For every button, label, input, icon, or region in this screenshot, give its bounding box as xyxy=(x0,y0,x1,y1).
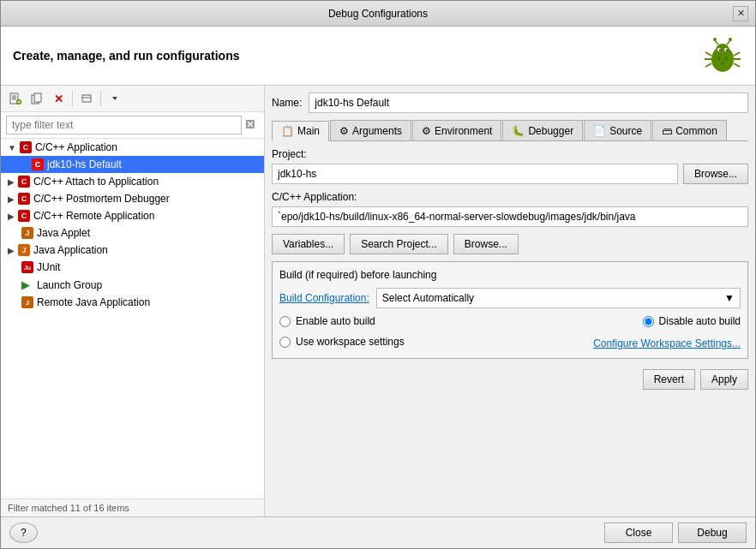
window-bottom: ? Close Debug xyxy=(1,516,755,548)
tab-environment[interactable]: ⚙ Environment xyxy=(412,120,501,140)
tree-item-launch-group[interactable]: ▶ Launch Group xyxy=(1,276,264,294)
main-content: ✕ xyxy=(1,86,755,516)
tab-main-label: Main xyxy=(297,125,320,137)
svg-line-8 xyxy=(705,63,711,67)
tab-source[interactable]: 📄 Source xyxy=(584,120,651,140)
tree-item-remote-java[interactable]: J Remote Java Application xyxy=(1,294,264,311)
apply-button[interactable]: Apply xyxy=(700,369,748,390)
delete-config-button[interactable]: ✕ xyxy=(49,89,68,108)
use-workspace-radio[interactable] xyxy=(279,337,291,348)
new-config-button[interactable] xyxy=(6,89,25,108)
variables-button[interactable]: Variables... xyxy=(272,234,345,254)
dropdown-arrow-icon: ▼ xyxy=(724,292,735,304)
tab-arguments[interactable]: ⚙ Arguments xyxy=(330,120,411,140)
tree-item-cpp-postmortem[interactable]: ▶ C C/C++ Postmortem Debugger xyxy=(1,190,264,207)
tree-item-java-applet[interactable]: J Java Applet xyxy=(1,224,264,242)
name-input[interactable] xyxy=(309,92,748,113)
enable-auto-build-radio[interactable] xyxy=(279,316,291,327)
tab-arguments-label: Arguments xyxy=(352,125,402,137)
close-button[interactable]: Close xyxy=(604,522,673,543)
disable-auto-build-radio[interactable] xyxy=(643,316,654,327)
tab-common-label: Common xyxy=(675,125,717,137)
svg-line-6 xyxy=(705,52,711,56)
tree-item-cpp-attach-label: C/C++ Attach to Application xyxy=(33,176,159,188)
build-config-link[interactable]: Build Configuration: xyxy=(279,292,369,304)
expand-arrow-cpp-remote: ▶ xyxy=(8,212,15,221)
tree-item-jdk10-label: jdk10-hs Default xyxy=(47,158,122,170)
revert-apply-row: Revert Apply xyxy=(272,369,748,390)
help-button[interactable]: ? xyxy=(9,522,38,543)
cpp-app-icon: C xyxy=(20,141,32,153)
launch-group-icon: ▶ xyxy=(21,278,33,291)
filter-dropdown-icon xyxy=(111,94,119,103)
cpp-attach-icon: C xyxy=(18,176,30,188)
java-app-icon: J xyxy=(18,244,30,256)
cpp-app-label: C/C++ Application: xyxy=(272,191,748,203)
expand-arrow-cpp-postmortem: ▶ xyxy=(8,194,15,204)
auto-build-row: Enable auto build Disable auto build xyxy=(279,315,741,331)
tree-item-cpp-attach[interactable]: ▶ C C/C++ Attach to Application xyxy=(1,173,264,190)
tree-item-cpp-remote[interactable]: ▶ C C/C++ Remote Application xyxy=(1,207,264,224)
cpp-app-buttons-row: Variables... Search Project... Browse... xyxy=(272,234,748,254)
filter-input[interactable] xyxy=(6,116,242,134)
svg-point-15 xyxy=(729,38,732,41)
build-group: Build (if required) before launching Bui… xyxy=(272,261,748,359)
tabs-bar: 📋 Main ⚙ Arguments ⚙ Environment 🐛 Debug… xyxy=(272,120,748,141)
header-title: Create, manage, and run configurations xyxy=(13,49,240,63)
build-config-select[interactable]: Select Automatically ▼ xyxy=(376,288,741,308)
left-toolbar: ✕ xyxy=(1,86,264,112)
debug-button[interactable]: Debug xyxy=(678,522,747,543)
filter-dropdown-button[interactable] xyxy=(105,89,124,108)
search-project-button[interactable]: Search Project... xyxy=(350,234,448,254)
filter-status: Filter matched 11 of 16 items xyxy=(1,498,264,516)
enable-auto-build-row: Enable auto build xyxy=(279,315,375,327)
config-area: Project: Browse... C/C++ Application: Va… xyxy=(272,148,748,510)
filter-box xyxy=(1,112,264,139)
svg-point-18 xyxy=(721,62,724,65)
svg-point-14 xyxy=(713,38,717,41)
bug-icon xyxy=(702,35,743,76)
tree-item-jdk10-default[interactable]: C jdk10-hs Default xyxy=(1,156,264,173)
expand-arrow-java-app: ▶ xyxy=(8,246,15,255)
duplicate-icon xyxy=(31,92,43,104)
tab-debugger[interactable]: 🐛 Debugger xyxy=(502,120,583,140)
cpp-postmortem-icon: C xyxy=(18,193,30,205)
source-tab-icon: 📄 xyxy=(593,125,606,137)
collapse-button[interactable] xyxy=(77,89,96,108)
tree-item-cpp-postmortem-label: C/C++ Postmortem Debugger xyxy=(33,193,170,205)
build-group-legend: Build (if required) before launching xyxy=(279,269,741,281)
disable-auto-build-row: Disable auto build xyxy=(643,315,741,327)
tree-item-java-app[interactable]: ▶ J Java Application xyxy=(1,242,264,259)
svg-marker-30 xyxy=(112,97,117,100)
duplicate-config-button[interactable] xyxy=(27,89,46,108)
use-workspace-row: Use workspace settings xyxy=(279,336,405,348)
left-panel: ✕ xyxy=(1,86,265,516)
tree-group-cpp-app[interactable]: ▼ C C/C++ Application xyxy=(1,139,264,156)
jdk10-icon: C xyxy=(32,158,44,170)
toolbar-sep-1 xyxy=(72,91,73,106)
tab-main[interactable]: 📋 Main xyxy=(272,121,329,141)
tree-item-remote-java-label: Remote Java Application xyxy=(37,296,150,308)
svg-line-11 xyxy=(734,63,740,67)
tree-group-cpp-app-label: C/C++ Application xyxy=(35,141,117,153)
filter-clear-button[interactable] xyxy=(242,117,259,133)
enable-auto-build-label: Enable auto build xyxy=(296,315,375,327)
configure-workspace-link[interactable]: Configure Workspace Settings... xyxy=(593,337,741,349)
project-field-group: Project: Browse... xyxy=(272,148,748,184)
svg-rect-28 xyxy=(82,95,91,102)
tab-common[interactable]: 🗃 Common xyxy=(652,120,727,140)
debug-configurations-window: Debug Configurations ✕ Create, manage, a… xyxy=(0,0,756,549)
right-panel: Name: 📋 Main ⚙ Arguments ⚙ Environment xyxy=(265,86,755,516)
svg-point-5 xyxy=(726,50,728,51)
svg-point-4 xyxy=(719,50,721,51)
header-area: Create, manage, and run configurations xyxy=(1,27,755,86)
project-browse-button[interactable]: Browse... xyxy=(683,164,748,184)
revert-button[interactable]: Revert xyxy=(643,369,695,390)
cpp-app-input[interactable] xyxy=(272,206,748,227)
title-bar: Debug Configurations ✕ xyxy=(1,1,755,27)
svg-line-9 xyxy=(734,52,740,56)
project-input[interactable] xyxy=(272,164,678,184)
window-close-button[interactable]: ✕ xyxy=(733,6,748,21)
cpp-app-browse-button[interactable]: Browse... xyxy=(453,234,519,254)
tree-item-junit[interactable]: Ju JUnit xyxy=(1,259,264,276)
